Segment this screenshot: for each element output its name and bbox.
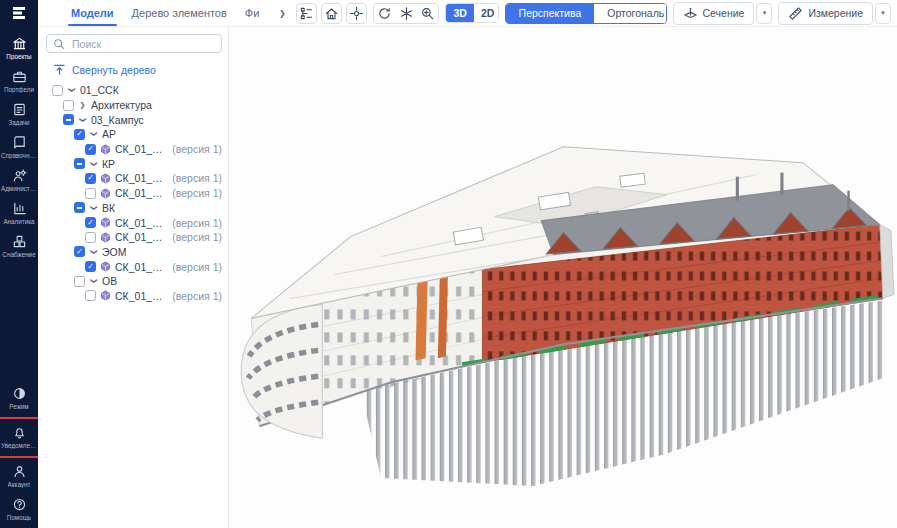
zoom-icon [420,6,435,21]
chevron-right-icon[interactable] [78,101,87,109]
sidebar-item-analytics[interactable]: Аналитика [0,197,38,230]
sidebar-item-mode[interactable]: Режим [0,382,38,415]
tree-group-row[interactable]: 03_Кампус [46,112,222,127]
section-dropdown-button[interactable]: ▾ [756,3,772,24]
tree-leaf-row[interactable]: СК_01_1К-...(версия 1) [46,215,222,230]
view-toggle: 3D2D [445,3,498,23]
sidebar-item-notifications[interactable]: Уведомления [0,421,38,454]
sidebar-item-label: Справочники [1,152,37,159]
sidebar-item-supply[interactable]: Снабжение [0,230,38,263]
chevron-down-icon[interactable] [78,116,87,124]
sidebar: ПроектыПортфелиЗадачиСправочникиАдминист… [0,0,38,528]
tab-2[interactable]: Фи [236,0,269,26]
tree-label: СК_01_1К-... [115,261,166,273]
tree-checkbox[interactable] [85,290,96,301]
collapse-tree-button[interactable]: Свернуть дерево [53,63,222,76]
model-file-icon [100,217,111,228]
collapse-tree-icon [53,63,66,76]
tree-checkbox[interactable] [85,217,96,228]
search-box[interactable] [46,34,222,53]
projection-option-0[interactable]: Перспектива [506,4,595,23]
search-input[interactable] [70,37,215,51]
tree-checkbox[interactable] [52,85,63,96]
focus-button[interactable] [346,3,367,24]
structure-button[interactable] [296,3,317,24]
tree-group-row[interactable]: ОВ [46,274,222,289]
chevron-down-icon[interactable] [67,86,76,94]
chevron-down-icon[interactable] [89,204,98,212]
chevron-down-icon[interactable] [89,160,98,168]
measure-dropdown-button[interactable]: ▾ [875,3,891,24]
tree-group-row[interactable]: АР [46,127,222,142]
home-button[interactable] [321,3,342,24]
viewport-3d[interactable] [229,27,897,528]
tab-0[interactable]: Модели [62,0,123,26]
sidebar-item-tasks[interactable]: Задачи [0,98,38,131]
focus-icon [349,6,364,21]
tree-checkbox[interactable] [63,100,74,111]
tree-label: СК_01_1К-... [115,231,166,243]
tree-group-row[interactable]: КР [46,156,222,171]
tree-checkbox[interactable] [63,114,74,125]
fit-button[interactable] [396,4,417,23]
app-window: ПроектыПортфелиЗадачиСправочникиАдминист… [0,0,897,528]
tree-leaf-row[interactable]: СК_01_1К-...(версия 1) [46,259,222,274]
tree-label: СК_01_ГК-... [115,187,166,199]
tree-group-row[interactable]: Архитектура [46,98,222,113]
model-version: (версия 1) [172,290,222,302]
tree-leaf-row[interactable]: СК_01_1К-КР(версия 1) [46,171,222,186]
logo-icon [11,5,27,21]
tree-checkbox[interactable] [85,173,96,184]
content-area: Свернуть дерево 01_ССКАрхитектура03_Камп… [38,27,897,528]
tree-label: ВК [102,202,115,214]
tree-leaf-row[interactable]: СК_01_1К-...(версия 1) [46,289,222,304]
zoom-button[interactable] [417,4,438,23]
sidebar-item-references[interactable]: Справочники [0,131,38,164]
tabs-scroll-button[interactable]: ❯ [274,5,290,22]
sidebar-item-account[interactable]: Аккаунт [0,460,38,493]
model-version: (версия 1) [172,187,222,199]
tree-checkbox[interactable] [85,232,96,243]
tree-leaf-row[interactable]: СК_01_1К-АР(версия 1) [46,142,222,157]
tree-group-row[interactable]: ВК [46,201,222,216]
tree-checkbox[interactable] [74,246,85,257]
sidebar-item-projects[interactable]: Проекты [0,32,38,65]
model-version: (версия 1) [172,217,222,229]
toolbar-tabs: МоделиДерево элементовФи [62,0,268,26]
references-icon [12,135,27,150]
view-option-1[interactable]: 2D [474,4,499,22]
app-logo[interactable] [11,5,27,25]
chevron-down-icon[interactable] [89,248,98,256]
tree-checkbox[interactable] [85,261,96,272]
chevron-down-icon[interactable] [89,277,98,285]
tree-checkbox[interactable] [74,129,85,140]
tree-group-row[interactable]: 01_ССК [46,83,222,98]
sidebar-item-label: Администрирование [1,185,37,192]
tree-label: Архитектура [91,99,152,111]
tree-label: СК_01_1К-АР [115,143,166,155]
chevron-down-icon[interactable] [89,130,98,138]
measure-button[interactable]: Измерение [778,2,873,25]
projection-option-1[interactable]: Ортогональ [594,4,666,23]
tree-leaf-row[interactable]: СК_01_1К-...(версия 1) [46,230,222,245]
tree-group-row[interactable]: ЭОМ [46,245,222,260]
main-area: МоделиДерево элементовФи ❯ 3D2D Перспект… [38,0,897,528]
refresh-button[interactable] [374,4,395,23]
sidebar-item-portfolio[interactable]: Портфели [0,65,38,98]
tree-checkbox[interactable] [74,276,85,287]
view-option-0[interactable]: 3D [446,4,473,22]
tree-leaf-row[interactable]: СК_01_ГК-...(версия 1) [46,186,222,201]
section-button[interactable]: Сечение [673,2,755,25]
collapse-tree-label: Свернуть дерево [72,64,156,76]
tree-checkbox[interactable] [85,188,96,199]
measure-control: Измерение ▾ [778,2,891,25]
section-control: Сечение ▾ [673,2,773,25]
model-version: (версия 1) [172,261,222,273]
tab-1[interactable]: Дерево элементов [123,0,236,26]
tree-checkbox[interactable] [74,158,85,169]
tree-label: ОВ [102,275,117,287]
tree-checkbox[interactable] [85,144,96,155]
sidebar-item-help[interactable]: Помощь [0,493,38,526]
tree-checkbox[interactable] [74,202,85,213]
sidebar-item-admin[interactable]: Администрирование [0,164,38,197]
